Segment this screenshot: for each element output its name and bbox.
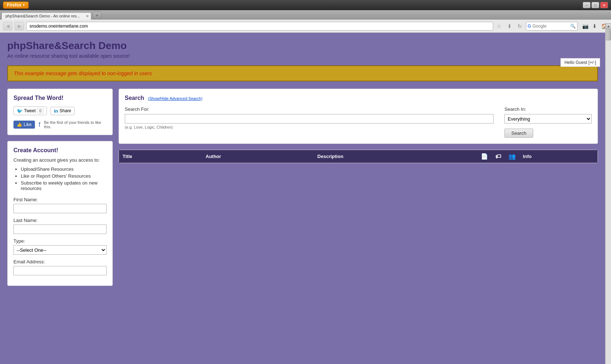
bookmark-star2-icon[interactable]: ⬇ bbox=[506, 22, 514, 31]
minimize-button[interactable]: − bbox=[583, 2, 591, 8]
site-header: phpShare&Search Demo An online resource … bbox=[7, 40, 598, 59]
file-icon: 📄 bbox=[481, 153, 488, 159]
firefox-label: Firefox bbox=[7, 3, 21, 8]
search-form: Search For: (e.g. Love, Logic, Children)… bbox=[125, 106, 592, 138]
search-hint: (e.g. Love, Logic, Children) bbox=[125, 125, 494, 129]
google-search-icon[interactable]: 🔍 bbox=[570, 24, 576, 29]
tweet-button[interactable]: 🐦 Tweet 0 bbox=[13, 106, 47, 115]
search-heading-text: Search bbox=[125, 95, 144, 101]
site-title: phpShare&Search Demo bbox=[7, 40, 598, 52]
hello-guest-button[interactable]: Hello Guest [+/-] bbox=[560, 58, 600, 67]
search-button[interactable]: Search bbox=[504, 129, 533, 138]
results-table: Title Author Description 📄 🏷 👥 bbox=[119, 150, 598, 163]
address-input[interactable] bbox=[26, 22, 493, 31]
toolbar-icon-1[interactable]: 📷 bbox=[581, 22, 589, 30]
type-field: Type: --Select One-- Individual Organiza… bbox=[13, 238, 107, 255]
col-description: Description bbox=[314, 150, 477, 163]
search-right: Search In: Everything Title Author Descr… bbox=[504, 106, 592, 138]
share-label: Share bbox=[60, 108, 71, 113]
last-name-label: Last Name: bbox=[13, 218, 107, 223]
last-name-input[interactable] bbox=[13, 225, 107, 234]
twitter-icon: 🐦 bbox=[17, 108, 23, 114]
forward-button[interactable]: ▶ bbox=[15, 22, 24, 31]
linkedin-share-button[interactable]: in Share bbox=[51, 107, 75, 115]
new-tab-button[interactable]: + bbox=[93, 12, 101, 19]
tab-close-icon[interactable]: ✕ bbox=[86, 14, 89, 18]
results-header-row: Title Author Description 📄 🏷 👥 bbox=[119, 150, 598, 163]
facebook-like-button[interactable]: 👍 Like bbox=[13, 121, 35, 129]
maximize-button[interactable]: □ bbox=[591, 2, 599, 8]
search-box: Search (Show/Hide Advanced Search) Searc… bbox=[119, 89, 598, 144]
email-label: Email Address: bbox=[13, 259, 107, 264]
tweet-label: Tweet bbox=[24, 108, 36, 113]
col-icon-3: 👥 bbox=[505, 150, 519, 163]
advanced-search-link[interactable]: (Show/Hide Advanced Search) bbox=[148, 96, 203, 101]
social-buttons: 🐦 Tweet 0 in Share bbox=[13, 106, 107, 115]
site-subtitle: An online resource sharing tool availabl… bbox=[7, 53, 598, 59]
col-icon-2: 🏷 bbox=[492, 150, 505, 163]
scroll-up-button[interactable]: ▲ bbox=[606, 23, 611, 29]
scroll-thumb[interactable] bbox=[606, 29, 611, 40]
close-button[interactable]: ✕ bbox=[600, 2, 608, 8]
first-name-input[interactable] bbox=[13, 204, 107, 213]
benefit-3: Subscribe to weekly updates on new resou… bbox=[21, 180, 107, 191]
tab-title: phpShare&Search Demo - An online res... bbox=[5, 14, 80, 18]
last-name-field: Last Name: bbox=[13, 218, 107, 234]
main-layout: Spread The Word! 🐦 Tweet 0 in Share 👍 bbox=[7, 89, 598, 286]
scrollbar[interactable]: ▲ bbox=[605, 23, 611, 364]
email-input[interactable] bbox=[13, 266, 107, 275]
type-select[interactable]: --Select One-- Individual Organization bbox=[13, 245, 107, 255]
benefit-2: Like or Report Others' Resources bbox=[21, 173, 107, 179]
create-account-desc: Creating an account gives you access to: bbox=[13, 157, 107, 163]
search-left: Search For: (e.g. Love, Logic, Children) bbox=[125, 106, 494, 129]
create-account-benefits: Upload/Share Resources Like or Report Ot… bbox=[13, 166, 107, 191]
spread-title: Spread The Word! bbox=[13, 95, 107, 101]
col-title: Title bbox=[119, 150, 202, 163]
refresh-icon[interactable]: ↻ bbox=[516, 22, 524, 31]
col-info: Info bbox=[519, 150, 598, 163]
col-author: Author bbox=[202, 150, 314, 163]
benefit-1: Upload/Share Resources bbox=[21, 166, 107, 172]
facebook-share-icon: f bbox=[39, 121, 40, 129]
page-content: phpShare&Search Demo An online resource … bbox=[0, 33, 605, 364]
create-account-title: Create Account! bbox=[13, 147, 107, 154]
tab-bar: phpShare&Search Demo - An online res... … bbox=[0, 10, 611, 20]
linkedin-icon: in bbox=[54, 108, 58, 114]
firefox-button[interactable]: Firefox ▾ bbox=[3, 1, 29, 9]
window-controls: − □ ✕ bbox=[583, 2, 608, 8]
firefox-arrow-icon: ▾ bbox=[23, 3, 25, 7]
message-banner: This example message gets displayed to n… bbox=[7, 65, 598, 81]
like-row: 👍 Like f Be the first of your friends to… bbox=[13, 120, 107, 129]
like-description: Be the first of your friends to like thi… bbox=[44, 120, 107, 129]
tag-icon: 🏷 bbox=[495, 153, 501, 159]
search-heading: Search (Show/Hide Advanced Search) bbox=[125, 95, 592, 101]
first-name-field: First Name: bbox=[13, 197, 107, 213]
search-for-label: Search For: bbox=[125, 106, 494, 112]
back-button[interactable]: ◀ bbox=[3, 22, 12, 31]
toolbar-icons: 📷 ⬇ 🏠 bbox=[581, 22, 608, 30]
tweet-count: 0 bbox=[37, 108, 44, 114]
active-tab[interactable]: phpShare&Search Demo - An online res... … bbox=[1, 12, 91, 20]
spread-the-word-box: Spread The Word! 🐦 Tweet 0 in Share 👍 bbox=[7, 89, 113, 135]
first-name-label: First Name: bbox=[13, 197, 107, 202]
search-for-input[interactable] bbox=[125, 114, 494, 124]
title-bar: Firefox ▾ − □ ✕ bbox=[0, 0, 611, 10]
right-panel: Search (Show/Hide Advanced Search) Searc… bbox=[119, 89, 598, 163]
like-label: Like bbox=[24, 122, 32, 127]
create-account-box: Create Account! Creating an account give… bbox=[7, 141, 113, 286]
results-box: Title Author Description 📄 🏷 👥 bbox=[119, 150, 598, 163]
user-icon: 👥 bbox=[508, 153, 516, 159]
google-icon: G bbox=[528, 24, 531, 29]
toolbar-icon-2[interactable]: ⬇ bbox=[591, 22, 599, 30]
col-icon-1: 📄 bbox=[477, 150, 492, 163]
search-in-select[interactable]: Everything Title Author Description bbox=[504, 114, 592, 124]
email-field: Email Address: bbox=[13, 259, 107, 275]
google-search-box[interactable]: G 🔍 bbox=[526, 22, 578, 31]
type-label: Type: bbox=[13, 238, 107, 244]
facebook-like-icon: 👍 bbox=[17, 122, 22, 127]
search-in-label: Search In: bbox=[504, 106, 592, 112]
bookmark-star-icon[interactable]: ☆ bbox=[495, 22, 503, 31]
google-search-input[interactable] bbox=[532, 24, 569, 29]
left-panel: Spread The Word! 🐦 Tweet 0 in Share 👍 bbox=[7, 89, 113, 286]
address-bar: ◀ ▶ ☆ ⬇ ↻ G 🔍 📷 ⬇ 🏠 bbox=[0, 20, 611, 33]
